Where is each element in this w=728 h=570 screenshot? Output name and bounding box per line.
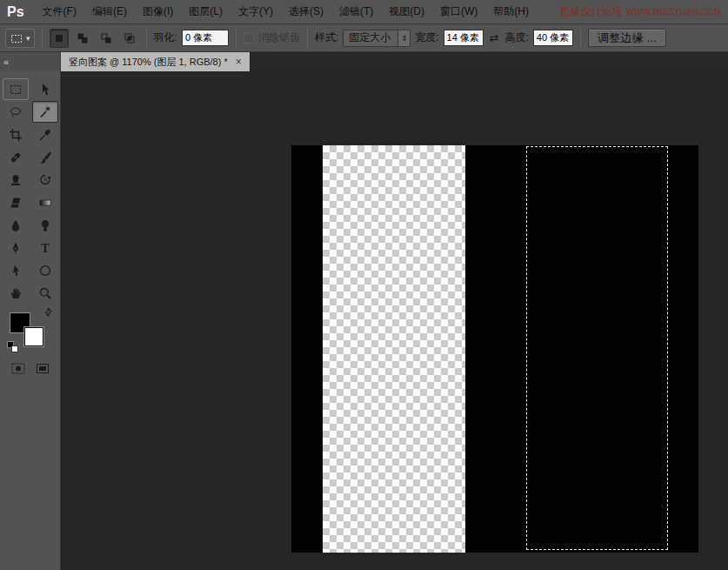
divider — [146, 29, 147, 48]
dodge-tool-icon — [38, 218, 52, 232]
eyedropper-icon — [38, 128, 52, 142]
new-selection-icon — [52, 31, 66, 45]
width-input[interactable] — [444, 30, 484, 46]
tool-lasso[interactable] — [3, 101, 29, 123]
add-to-selection-button[interactable] — [73, 29, 92, 48]
menu-layer[interactable]: 图层(L) — [181, 0, 230, 23]
lasso-tool-icon — [9, 105, 23, 119]
tool-history-brush[interactable] — [32, 169, 58, 191]
divider — [42, 29, 43, 48]
gradient-tool-icon — [38, 196, 52, 210]
divider — [236, 29, 237, 48]
subtract-from-selection-button[interactable] — [97, 29, 116, 48]
brush-tool-icon — [38, 151, 52, 164]
tool-brush[interactable] — [32, 146, 58, 168]
document-transparent-stripe — [323, 145, 465, 553]
default-background-swatch — [11, 345, 18, 352]
height-input[interactable] — [533, 30, 573, 46]
watermark-url: WWW.MISSYUAN.COM — [626, 7, 721, 17]
menu-filter[interactable]: 滤镜(T) — [331, 0, 381, 23]
color-swatches: ⇄ — [7, 308, 54, 353]
tool-gradient[interactable] — [32, 191, 58, 213]
document-tab[interactable]: 竖向图案 @ 1170% (图层 1, RGB/8) * × — [61, 52, 250, 71]
svg-text:T: T — [41, 242, 50, 255]
default-colors-button[interactable] — [7, 341, 19, 353]
style-label: 样式: — [315, 30, 338, 45]
quick-mask-button[interactable] — [10, 362, 26, 378]
menu-select[interactable]: 选择(S) — [281, 0, 331, 23]
spinner-icon: ⇕ — [397, 30, 410, 46]
tool-preset-dropdown[interactable]: ▾ — [5, 29, 35, 48]
antialias-checkbox[interactable] — [244, 33, 254, 44]
path-selection-icon — [9, 264, 23, 278]
tool-dodge[interactable] — [32, 214, 58, 236]
tools-panel-header[interactable]: « — [0, 52, 61, 71]
menu-window[interactable]: 窗口(W) — [432, 0, 485, 23]
tool-blur[interactable] — [3, 214, 29, 236]
canvas-document[interactable] — [291, 145, 698, 553]
rectangular-marquee-icon — [9, 83, 23, 97]
tool-hand[interactable] — [3, 282, 29, 304]
tool-rectangular-marquee[interactable] — [3, 78, 29, 100]
quick-mask-icon — [10, 362, 26, 375]
style-value: 固定大小 — [349, 30, 391, 45]
crop-tool-icon — [9, 128, 23, 142]
tool-magic-wand[interactable] — [32, 101, 58, 123]
menu-view[interactable]: 视图(D) — [381, 0, 432, 23]
tool-type[interactable]: T — [32, 237, 58, 258]
tool-options-bar: ▾ 羽化: 消除锯齿 样式: 固定大小 ⇕ 宽度: — [0, 24, 728, 52]
close-tab-icon[interactable]: × — [236, 57, 242, 67]
new-selection-button[interactable] — [50, 29, 69, 48]
document-tab-strip: « 竖向图案 @ 1170% (图层 1, RGB/8) * × — [0, 52, 728, 71]
tool-eraser[interactable] — [3, 191, 29, 213]
antialias-label: 消除锯齿 — [258, 30, 300, 45]
eraser-icon — [9, 196, 23, 210]
document-tab-title: 竖向图案 @ 1170% (图层 1, RGB/8) * — [69, 56, 228, 69]
swap-dimensions-icon[interactable]: ⇄ — [488, 31, 501, 44]
magic-wand-icon — [38, 105, 52, 119]
toolbar-bottom-buttons — [0, 362, 61, 378]
watermark: 思缘设计论坛 WWW.MISSYUAN.COM — [560, 4, 728, 19]
spot-healing-brush-icon — [9, 151, 23, 164]
move-tool-icon — [38, 83, 52, 97]
tool-clone-stamp[interactable] — [3, 169, 29, 191]
divider — [580, 29, 581, 48]
menu-help[interactable]: 帮助(H) — [485, 0, 537, 23]
tool-zoom[interactable] — [32, 282, 58, 304]
subtract-from-selection-icon — [99, 31, 113, 45]
tool-path-selection[interactable] — [3, 259, 29, 281]
tool-ellipse[interactable] — [32, 259, 58, 281]
document-black-stripe-left — [291, 145, 323, 553]
screen-mode-button[interactable] — [35, 362, 50, 378]
watermark-site: 思缘设计论坛 — [560, 4, 623, 19]
swap-colors-icon[interactable]: ⇄ — [42, 305, 56, 319]
feather-input[interactable] — [182, 30, 229, 46]
refine-edge-button[interactable]: 调整边缘 ... — [588, 29, 666, 47]
tool-eyedropper[interactable] — [32, 124, 58, 145]
menu-edit[interactable]: 编辑(E) — [84, 0, 135, 23]
feather-label: 羽化: — [154, 30, 177, 45]
collapse-panel-icon: « — [3, 57, 8, 67]
selection-marching-ants — [526, 146, 668, 550]
tools-grid: T — [0, 71, 60, 304]
blur-tool-icon — [9, 218, 23, 232]
divider — [307, 29, 308, 48]
tool-move[interactable] — [32, 78, 58, 100]
menu-image[interactable]: 图像(I) — [135, 0, 181, 23]
ellipse-shape-icon — [38, 264, 52, 278]
style-select[interactable]: 固定大小 ⇕ — [343, 30, 411, 47]
pen-tool-icon — [9, 241, 23, 255]
tool-crop[interactable] — [3, 124, 29, 145]
menu-file[interactable]: 文件(F) — [35, 0, 84, 23]
history-brush-icon — [38, 173, 52, 187]
tool-pen[interactable] — [3, 237, 29, 258]
canvas-workspace[interactable] — [61, 71, 728, 570]
intersect-with-selection-button[interactable] — [120, 29, 139, 48]
background-color-swatch[interactable] — [24, 327, 43, 346]
tools-panel: T ⇄ — [0, 71, 61, 570]
width-label: 宽度: — [415, 30, 438, 45]
menu-type[interactable]: 文字(Y) — [230, 0, 281, 23]
tool-spot-healing-brush[interactable] — [3, 146, 29, 168]
screen-mode-icon — [35, 362, 50, 375]
photoshop-logo: Ps — [0, 4, 35, 20]
